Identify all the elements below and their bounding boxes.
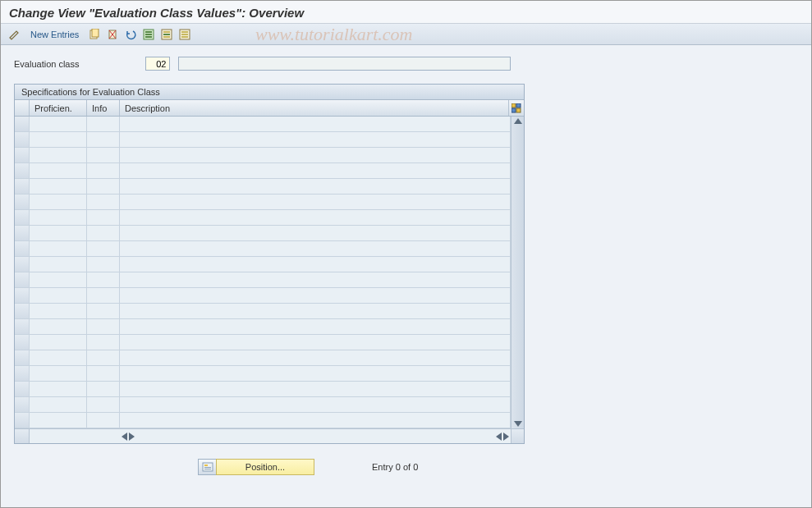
- row-selector[interactable]: [15, 148, 30, 162]
- cell-description[interactable]: [120, 163, 511, 178]
- cell-proficiency[interactable]: [30, 210, 87, 225]
- cell-info[interactable]: [87, 319, 120, 334]
- cell-info[interactable]: [87, 304, 120, 318]
- cell-proficiency[interactable]: [30, 272, 87, 287]
- table-row[interactable]: [15, 397, 511, 413]
- cell-description[interactable]: [120, 335, 511, 350]
- table-row[interactable]: [15, 195, 511, 210]
- cell-description[interactable]: [120, 257, 511, 272]
- cell-info[interactable]: [87, 226, 120, 240]
- row-selector[interactable]: [15, 179, 30, 194]
- cell-proficiency[interactable]: [30, 117, 87, 131]
- cell-description[interactable]: [120, 397, 511, 412]
- cell-proficiency[interactable]: [30, 319, 87, 334]
- cell-proficiency[interactable]: [30, 148, 87, 162]
- cell-info[interactable]: [87, 148, 120, 162]
- table-row[interactable]: [15, 241, 511, 257]
- cell-description[interactable]: [120, 350, 511, 365]
- table-row[interactable]: [15, 163, 511, 179]
- select-all-icon[interactable]: [141, 27, 156, 42]
- evaluation-class-input[interactable]: [145, 57, 170, 71]
- copy-as-icon[interactable]: [87, 27, 102, 42]
- table-row[interactable]: [15, 272, 511, 288]
- vertical-scrollbar[interactable]: [511, 117, 524, 428]
- cell-info[interactable]: [87, 210, 120, 225]
- cell-proficiency[interactable]: [30, 163, 87, 178]
- cell-info[interactable]: [87, 117, 120, 131]
- row-selector[interactable]: [15, 288, 30, 303]
- table-row[interactable]: [15, 350, 511, 366]
- table-row[interactable]: [15, 257, 511, 272]
- cell-info[interactable]: [87, 366, 120, 381]
- table-row[interactable]: [15, 319, 511, 335]
- scroll-down-icon[interactable]: [514, 421, 522, 427]
- cell-description[interactable]: [120, 226, 511, 240]
- cell-description[interactable]: [120, 117, 511, 131]
- row-selector[interactable]: [15, 382, 30, 396]
- row-selector[interactable]: [15, 226, 30, 240]
- delete-icon[interactable]: [105, 27, 120, 42]
- row-selector[interactable]: [15, 366, 30, 381]
- cell-description[interactable]: [120, 304, 511, 318]
- cell-info[interactable]: [87, 382, 120, 396]
- cell-info[interactable]: [87, 335, 120, 350]
- scroll-up-icon[interactable]: [514, 118, 522, 124]
- column-header-proficiency[interactable]: Proficien.: [30, 100, 87, 116]
- scroll-left-end-icon[interactable]: [496, 432, 502, 441]
- table-row[interactable]: [15, 132, 511, 148]
- column-header-info[interactable]: Info: [87, 100, 120, 116]
- cell-proficiency[interactable]: [30, 132, 87, 147]
- cell-description[interactable]: [120, 413, 511, 428]
- table-row[interactable]: [15, 226, 511, 241]
- cell-info[interactable]: [87, 195, 120, 209]
- row-selector[interactable]: [15, 257, 30, 272]
- scroll-right-end-icon[interactable]: [503, 432, 509, 441]
- table-row[interactable]: [15, 382, 511, 397]
- row-selector[interactable]: [15, 117, 30, 131]
- row-selector[interactable]: [15, 272, 30, 287]
- cell-info[interactable]: [87, 272, 120, 287]
- position-icon[interactable]: [198, 459, 216, 475]
- new-entries-button[interactable]: New Entries: [25, 30, 84, 39]
- row-selector[interactable]: [15, 397, 30, 412]
- undo-change-icon[interactable]: [123, 27, 138, 42]
- select-block-icon[interactable]: [159, 27, 174, 42]
- cell-proficiency[interactable]: [30, 195, 87, 209]
- table-row[interactable]: [15, 210, 511, 226]
- table-row[interactable]: [15, 366, 511, 382]
- cell-description[interactable]: [120, 179, 511, 194]
- cell-info[interactable]: [87, 413, 120, 428]
- row-selector[interactable]: [15, 210, 30, 225]
- cell-proficiency[interactable]: [30, 382, 87, 396]
- cell-info[interactable]: [87, 288, 120, 303]
- cell-info[interactable]: [87, 163, 120, 178]
- table-row[interactable]: [15, 413, 511, 428]
- row-selector-header[interactable]: [15, 100, 30, 116]
- table-row[interactable]: [15, 148, 511, 163]
- cell-proficiency[interactable]: [30, 304, 87, 318]
- row-selector[interactable]: [15, 163, 30, 178]
- position-button[interactable]: Position...: [216, 459, 314, 475]
- cell-proficiency[interactable]: [30, 179, 87, 194]
- table-row[interactable]: [15, 304, 511, 319]
- table-row[interactable]: [15, 117, 511, 132]
- cell-proficiency[interactable]: [30, 288, 87, 303]
- cell-info[interactable]: [87, 179, 120, 194]
- cell-proficiency[interactable]: [30, 257, 87, 272]
- cell-proficiency[interactable]: [30, 413, 87, 428]
- horizontal-scrollbar[interactable]: [120, 432, 136, 441]
- cell-description[interactable]: [120, 210, 511, 225]
- cell-info[interactable]: [87, 397, 120, 412]
- cell-proficiency[interactable]: [30, 350, 87, 365]
- cell-info[interactable]: [87, 257, 120, 272]
- cell-info[interactable]: [87, 132, 120, 147]
- row-selector[interactable]: [15, 132, 30, 147]
- column-header-description[interactable]: Description: [120, 100, 509, 116]
- cell-description[interactable]: [120, 148, 511, 162]
- row-selector[interactable]: [15, 413, 30, 428]
- cell-proficiency[interactable]: [30, 366, 87, 381]
- cell-proficiency[interactable]: [30, 335, 87, 350]
- horizontal-scrollbar-end[interactable]: [494, 432, 511, 441]
- cell-description[interactable]: [120, 241, 511, 256]
- cell-description[interactable]: [120, 288, 511, 303]
